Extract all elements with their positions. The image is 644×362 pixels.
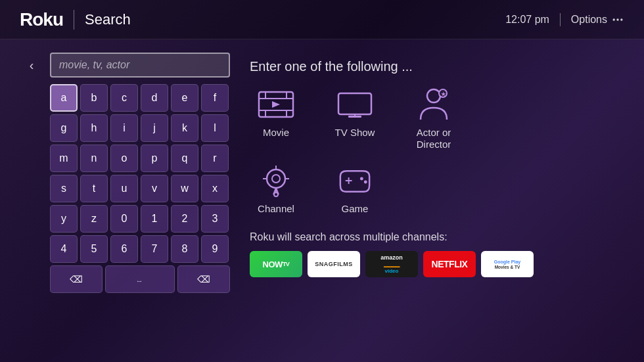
header-right: 12:07 pm Options: [505, 13, 624, 26]
category-actor[interactable]: ★ Actor orDirector: [407, 87, 460, 150]
key-row-special: ⌫ ⎵ ⌫: [50, 265, 230, 293]
key-v[interactable]: v: [141, 175, 168, 202]
key-row-2: g h i j k l: [50, 114, 230, 142]
person-svg: ★: [414, 87, 453, 123]
tv-icon: [334, 87, 376, 122]
key-h[interactable]: h: [80, 114, 108, 142]
key-5[interactable]: 5: [80, 235, 108, 263]
person-icon: ★: [413, 87, 455, 122]
prompt-text: Enter one of the following ...: [250, 59, 624, 74]
space-key[interactable]: ⎵: [105, 265, 175, 293]
key-row-4: s t u v w x: [50, 175, 230, 202]
svg-point-28: [360, 177, 363, 181]
key-t[interactable]: t: [80, 175, 108, 202]
svg-point-17: [267, 170, 285, 188]
main-content: ‹ movie, tv, actor a b c d e f g h i j k…: [0, 39, 644, 362]
key-y[interactable]: y: [50, 205, 78, 233]
keyboard-panel: ‹ movie, tv, actor a b c d e f g h i j k…: [20, 53, 230, 349]
svg-point-29: [364, 181, 367, 184]
key-row-6: 4 5 6 7 8 9: [50, 235, 230, 263]
channel-googleplay: Google Play Movies & TV: [481, 251, 534, 277]
key-9[interactable]: 9: [201, 235, 229, 263]
key-a[interactable]: a: [50, 84, 78, 112]
key-8[interactable]: 8: [171, 235, 198, 263]
svg-point-25: [274, 192, 278, 196]
actor-label: Actor orDirector: [417, 127, 451, 150]
key-d[interactable]: d: [141, 84, 168, 112]
key-u[interactable]: u: [110, 175, 138, 202]
delete-key[interactable]: ⌫: [50, 265, 103, 293]
key-7[interactable]: 7: [141, 235, 168, 263]
key-e[interactable]: e: [171, 84, 198, 112]
category-row-2: Channel Game: [250, 164, 624, 215]
channel-snagfilms: SNAGFILMS: [308, 251, 360, 277]
game-icon: [334, 164, 376, 198]
game-svg: [334, 164, 376, 197]
channels-row: NOWTV SNAGFILMS amazon ▁▁▁▁ video NETFLI…: [250, 251, 624, 277]
key-s[interactable]: s: [50, 175, 78, 202]
channel-label: Channel: [258, 203, 294, 215]
channel-netflix: NETFLIX: [423, 251, 476, 277]
backspace-key[interactable]: ⌫: [177, 265, 230, 293]
tvshow-label: TV Show: [335, 127, 375, 139]
movie-label: Movie: [263, 127, 289, 139]
svg-point-1: [616, 18, 618, 20]
key-z[interactable]: z: [80, 205, 108, 233]
key-j[interactable]: j: [141, 114, 168, 142]
category-grid: Movie TV Show: [250, 87, 624, 215]
clock: 12:07 pm: [505, 14, 549, 26]
key-k[interactable]: k: [171, 114, 198, 142]
channel-nowtv: NOWTV: [250, 251, 302, 277]
key-g[interactable]: g: [50, 114, 78, 142]
svg-point-0: [613, 18, 615, 20]
header-divider: [74, 10, 74, 30]
key-q[interactable]: q: [171, 145, 198, 172]
key-3[interactable]: 3: [201, 205, 229, 233]
key-b[interactable]: b: [80, 84, 108, 112]
search-input[interactable]: movie, tv, actor: [50, 53, 230, 78]
svg-point-18: [272, 175, 280, 183]
tv-svg: [335, 88, 375, 121]
key-x[interactable]: x: [201, 175, 229, 202]
channel-amazon: amazon ▁▁▁▁ video: [365, 251, 418, 277]
key-w[interactable]: w: [171, 175, 198, 202]
category-row-1: Movie TV Show: [250, 87, 624, 150]
key-row-5: y z 0 1 2 3: [50, 205, 230, 233]
key-o[interactable]: o: [110, 145, 138, 172]
svg-marker-10: [272, 101, 280, 108]
options-icon: [611, 13, 624, 26]
channel-icon: [255, 164, 297, 198]
category-tvshow[interactable]: TV Show: [329, 87, 381, 139]
options-button[interactable]: Options: [571, 13, 624, 26]
page-title: Search: [85, 11, 505, 28]
key-l[interactable]: l: [201, 114, 229, 142]
svg-rect-11: [338, 93, 371, 114]
key-0[interactable]: 0: [110, 205, 138, 233]
channel-svg: [256, 164, 296, 197]
header: Roku Search 12:07 pm Options: [0, 0, 644, 39]
key-r[interactable]: r: [201, 145, 229, 172]
game-label: Game: [342, 203, 369, 215]
svg-rect-12: [348, 116, 361, 118]
key-f[interactable]: f: [201, 84, 229, 112]
key-4[interactable]: 4: [50, 235, 78, 263]
key-p[interactable]: p: [141, 145, 168, 172]
key-c[interactable]: c: [110, 84, 138, 112]
key-2[interactable]: 2: [171, 205, 198, 233]
key-n[interactable]: n: [80, 145, 108, 172]
keyboard: a b c d e f g h i j k l m n o p: [20, 84, 230, 293]
category-game[interactable]: Game: [329, 164, 381, 215]
key-i[interactable]: i: [110, 114, 138, 142]
key-1[interactable]: 1: [141, 205, 168, 233]
channels-label: Roku will search across multiple channel…: [250, 231, 624, 243]
back-button[interactable]: ‹: [20, 53, 43, 77]
right-panel: Enter one of the following ...: [250, 53, 624, 349]
key-row-3: m n o p q r: [50, 145, 230, 172]
search-row: ‹ movie, tv, actor: [20, 53, 230, 78]
key-m[interactable]: m: [50, 145, 78, 172]
category-movie[interactable]: Movie: [250, 87, 302, 139]
svg-text:★: ★: [441, 91, 446, 97]
category-channel[interactable]: Channel: [250, 164, 302, 215]
key-6[interactable]: 6: [110, 235, 138, 263]
key-row-1: a b c d e f: [50, 84, 230, 112]
